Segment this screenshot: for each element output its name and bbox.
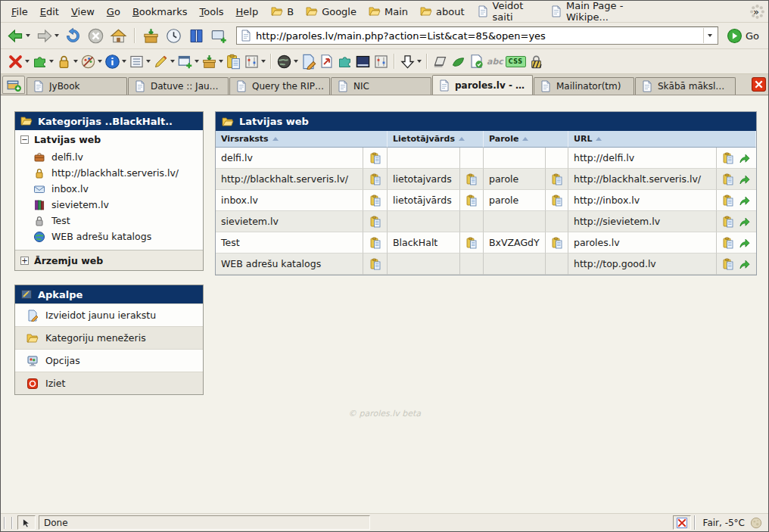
security-lock-button[interactable]: [528, 52, 545, 71]
colorzilla-button[interactable]: [79, 52, 103, 71]
tab-mailinator[interactable]: Mailinator(tm): [534, 77, 634, 95]
tab-jybook[interactable]: JyBook: [26, 77, 127, 95]
tab-skaba-maksla[interactable]: Skābā māksla un ...: [635, 77, 736, 95]
bookmark-folder-main[interactable]: Main: [363, 3, 413, 20]
category-latvijas-web[interactable]: Latvijas web: [15, 130, 203, 149]
archive-small-button[interactable]: [201, 52, 224, 71]
menu-help[interactable]: Help: [230, 3, 265, 20]
menu-new-entry[interactable]: Izvieidot jaunu ierakstu: [15, 303, 203, 326]
bookmark-wikipedia[interactable]: Main Page - Wikipe...: [545, 0, 659, 25]
archive-button[interactable]: [141, 26, 161, 46]
reload-button[interactable]: [63, 26, 83, 46]
notes-button[interactable]: [431, 52, 449, 71]
menu-file[interactable]: File: [5, 3, 34, 20]
info-button[interactable]: [104, 52, 127, 71]
spellcheck-button[interactable]: abc: [486, 55, 504, 68]
tree-item-delfi[interactable]: delfi.lv: [15, 149, 203, 165]
stop-button[interactable]: [86, 26, 106, 46]
copy-url-button clipboard-copy-icon[interactable]: [722, 173, 734, 185]
menu-edit[interactable]: Edit: [34, 3, 65, 20]
bookmark-folder-about[interactable]: about: [415, 3, 470, 20]
page-redirect-button[interactable]: [318, 52, 335, 71]
weather-widget[interactable]: Fair, -5°C: [694, 515, 767, 530]
column-url[interactable]: URL: [568, 131, 756, 148]
back-button[interactable]: [5, 26, 32, 46]
menu-options[interactable]: Opcijas: [15, 349, 203, 372]
forms-button[interactable]: [128, 52, 151, 71]
copy-title-button[interactable]: [363, 169, 388, 190]
menu-category-manager[interactable]: Kategoriju menežeris: [15, 326, 203, 349]
blocked-image-button[interactable]: [673, 515, 691, 530]
clipboard-button[interactable]: [225, 52, 242, 71]
pointer-mode-button[interactable]: [17, 515, 36, 530]
adblock-button[interactable]: [7, 52, 30, 71]
tree-item-web-katalogs[interactable]: WEB adrešu katalogs: [15, 229, 203, 244]
open-url-button go-arrow-icon[interactable]: [739, 152, 751, 164]
open-url-button go-arrow-icon[interactable]: [739, 237, 751, 249]
download-arrow-button[interactable]: [399, 52, 422, 71]
copy-user-button[interactable]: [460, 232, 484, 254]
edit-page-button[interactable]: [300, 52, 317, 71]
menu-tools[interactable]: Tools: [194, 3, 230, 20]
copy-url-button clipboard-copy-icon[interactable]: [722, 194, 734, 207]
menu-view[interactable]: View: [65, 3, 101, 20]
copy-parole-button[interactable]: [546, 190, 568, 211]
tree-item-test[interactable]: Test: [15, 213, 203, 229]
copy-url-button clipboard-copy-icon[interactable]: [722, 152, 734, 164]
url-input[interactable]: [256, 30, 699, 42]
copy-title-button[interactable]: [363, 190, 388, 211]
plugin-button[interactable]: [336, 52, 353, 71]
edit-button[interactable]: [152, 52, 176, 71]
url-bar[interactable]: [236, 26, 718, 45]
bookmark-folder-google[interactable]: Google: [300, 3, 362, 20]
copy-parole-button[interactable]: [546, 169, 568, 190]
preferences-button[interactable]: [243, 52, 266, 71]
bookmark-veidot-saiti[interactable]: Veidot saiti: [472, 0, 543, 25]
extension-puzzle-button[interactable]: [31, 52, 54, 71]
validate-page-button[interactable]: [468, 52, 485, 71]
tree-item-sievietem[interactable]: sievietem.lv: [15, 197, 203, 213]
leaf-button[interactable]: [450, 52, 467, 71]
options-sliders-button[interactable]: [372, 52, 390, 71]
column-lietotajvards[interactable]: Lietotājvārds: [388, 131, 484, 148]
home-button[interactable]: [108, 26, 129, 46]
open-url-button go-arrow-icon[interactable]: [739, 173, 751, 185]
copy-title-button[interactable]: [363, 148, 388, 169]
copy-url-button clipboard-copy-icon[interactable]: [722, 216, 734, 228]
copy-title-button[interactable]: [363, 232, 388, 254]
css-validator-button[interactable]: CSS: [505, 54, 527, 69]
tree-item-blackhalt[interactable]: http://blackhalt.serveris.lv/: [15, 165, 203, 181]
copy-url-button clipboard-copy-icon[interactable]: [722, 237, 734, 249]
bookmarks-button[interactable]: [186, 26, 207, 46]
copy-title-button[interactable]: [363, 211, 388, 232]
open-window-button[interactable]: [176, 52, 200, 71]
open-url-button go-arrow-icon[interactable]: [739, 194, 751, 207]
menu-go[interactable]: Go: [101, 3, 126, 20]
collapse-toggle-icon[interactable]: [20, 135, 29, 144]
copy-user-button[interactable]: [460, 169, 484, 190]
menu-bookmarks[interactable]: Bookmarks: [126, 3, 194, 20]
close-tab-button[interactable]: [751, 76, 767, 92]
new-tab-button[interactable]: [2, 76, 25, 94]
tab-paroles-active[interactable]: paroles.lv - ar ...: [432, 75, 533, 95]
tab-datuve[interactable]: Datuve :: Jaunumi: [128, 77, 229, 95]
bookmark-folder-b[interactable]: B: [266, 3, 299, 20]
url-history-dropdown[interactable]: [703, 28, 715, 43]
open-url-button go-arrow-icon[interactable]: [739, 258, 751, 270]
forward-dropdown-caret[interactable]: [54, 34, 59, 37]
copy-title-button[interactable]: [363, 254, 388, 275]
tree-item-inbox[interactable]: inbox.lv: [15, 181, 203, 197]
screen-button[interactable]: [354, 52, 372, 71]
column-parole[interactable]: Parole: [484, 131, 568, 148]
new-window-button[interactable]: [209, 26, 229, 46]
open-url-button go-arrow-icon[interactable]: [739, 216, 751, 228]
column-virsraksts[interactable]: Virsraksts: [216, 131, 388, 148]
tab-nic[interactable]: NIC: [331, 77, 431, 95]
expand-toggle-icon[interactable]: [20, 257, 29, 265]
go-button[interactable]: Go: [725, 28, 764, 44]
tab-ripe[interactable]: Query the RIPE W...: [229, 77, 330, 95]
category-arzemju-web[interactable]: Ārzemju web: [15, 250, 203, 270]
forward-button[interactable]: [34, 26, 61, 46]
copy-parole-button[interactable]: [546, 232, 568, 254]
menu-exit[interactable]: Iziet: [15, 372, 203, 394]
